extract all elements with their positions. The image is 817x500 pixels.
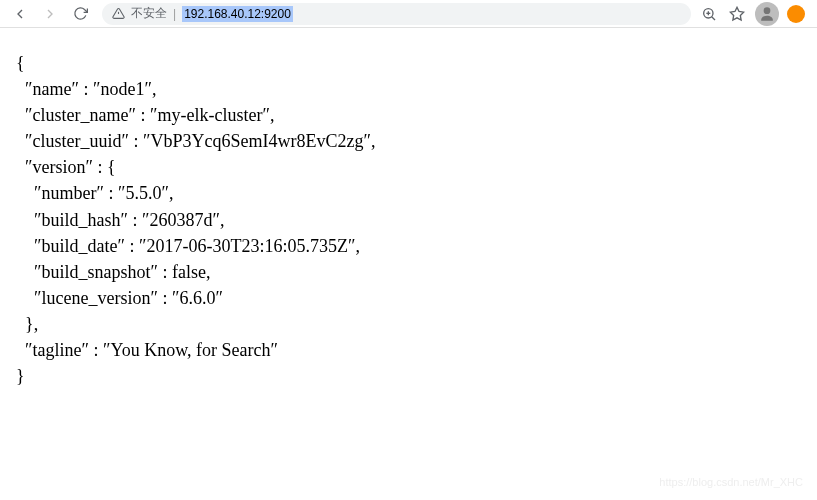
zoom-icon[interactable] [699, 4, 719, 24]
version-number-value: 5.5.0 [125, 183, 161, 203]
build-snapshot-value: false [172, 262, 206, 282]
name-value: node1 [100, 79, 144, 99]
reload-button[interactable] [66, 2, 94, 26]
divider: | [173, 7, 176, 21]
profile-avatar[interactable] [755, 2, 779, 26]
watermark: https://blog.csdn.net/Mr_XHC [659, 476, 803, 488]
svg-point-7 [764, 7, 771, 14]
svg-marker-6 [730, 7, 743, 20]
lucene-version-value: 6.6.0 [179, 288, 215, 308]
browser-toolbar: 不安全 | 192.168.40.12:9200 [0, 0, 817, 28]
cluster-name-value: my-elk-cluster [157, 105, 262, 125]
build-hash-value: 260387d [150, 210, 213, 230]
url-text: 192.168.40.12:9200 [182, 6, 293, 22]
build-date-value: 2017-06-30T23:16:05.735Z [146, 236, 347, 256]
bookmark-icon[interactable] [727, 4, 747, 24]
json-response: { ″name″ : ″node1″, ″cluster_name″ : ″my… [0, 28, 817, 411]
back-button[interactable] [6, 2, 34, 26]
tagline-value: You Know, for Search [110, 340, 270, 360]
warning-icon [112, 7, 125, 20]
notification-badge[interactable] [787, 5, 805, 23]
svg-line-3 [712, 16, 715, 19]
cluster-uuid-value: VbP3Ycq6SemI4wr8EvC2zg [150, 131, 363, 151]
toolbar-right [699, 2, 811, 26]
security-label: 不安全 [131, 5, 167, 22]
address-bar[interactable]: 不安全 | 192.168.40.12:9200 [102, 3, 691, 25]
forward-button[interactable] [36, 2, 64, 26]
